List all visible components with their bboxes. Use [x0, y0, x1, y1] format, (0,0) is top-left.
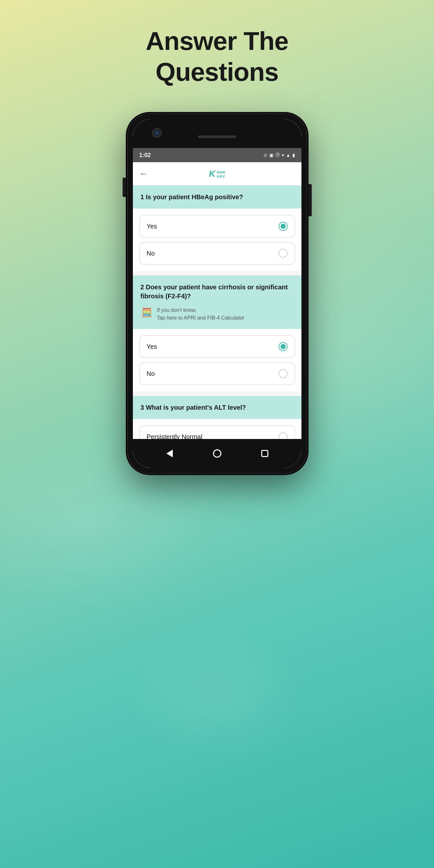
question-3-header: 3 What is your patient's ALT level? — [133, 396, 302, 419]
phone-camera — [152, 128, 162, 138]
wifi-icon: ▾ — [282, 153, 284, 158]
app-bar: ← K nowHBV — [133, 162, 302, 185]
page-title: Answer The Questions — [146, 26, 288, 88]
question-1-header: 1 Is your patient HBeAg positive? — [133, 185, 302, 209]
back-button[interactable]: ← — [139, 168, 148, 179]
nav-recent-button[interactable] — [257, 445, 273, 462]
status-bar: 1:02 ⊙ ▣ Ⓟ ▾ ▲ ▮ — [133, 148, 302, 162]
q1-no-radio[interactable] — [279, 249, 288, 258]
calc-hint[interactable]: 🧮 If you don't know, Tap here to APRI an… — [141, 305, 294, 322]
q3-persistently-normal-label: Persistently Normal — [147, 433, 203, 439]
question-1-text: 1 Is your patient HBeAg positive? — [141, 193, 243, 200]
q1-no-option[interactable]: No — [139, 242, 295, 265]
q1-yes-option[interactable]: Yes — [139, 215, 295, 238]
q1-yes-radio[interactable] — [279, 222, 288, 231]
bottom-navigation — [133, 439, 302, 468]
question-2-text: 2 Does your patient have cirrhosis or si… — [141, 283, 294, 301]
logo-text: K — [209, 168, 215, 179]
phone-speaker — [198, 135, 237, 138]
question-2-header: 2 Does your patient have cirrhosis or si… — [133, 276, 302, 329]
back-arrow-icon: ← — [139, 168, 148, 179]
status-time: 1:02 — [139, 152, 151, 159]
status-icons: ⊙ ▣ Ⓟ ▾ ▲ ▮ — [264, 152, 295, 158]
q2-yes-option[interactable]: Yes — [139, 335, 295, 358]
question-2-options: Yes No — [133, 329, 302, 391]
q2-no-option[interactable]: No — [139, 362, 295, 385]
q1-no-label: No — [147, 250, 155, 257]
question-1-options: Yes No — [133, 209, 302, 271]
battery-icon: ▮ — [292, 153, 295, 158]
calc-hint-text: If you don't know, Tap here to APRI and … — [157, 306, 245, 322]
question-3-options: Persistently Normal — [133, 419, 302, 439]
signal-icon: ▲ — [286, 153, 290, 158]
q1-yes-label: Yes — [147, 223, 157, 230]
scroll-area[interactable]: 1 Is your patient HBeAg positive? Yes No — [133, 185, 302, 439]
phone-mockup: 1:02 ⊙ ▣ Ⓟ ▾ ▲ ▮ ← K nowHBV — [127, 113, 307, 474]
q2-no-label: No — [147, 370, 155, 377]
lock-icon: ▣ — [269, 153, 274, 158]
nav-back-icon — [166, 450, 173, 457]
info-icon: Ⓟ — [275, 152, 280, 158]
nav-recent-icon — [261, 450, 268, 457]
question-3-text: 3 What is your patient's ALT level? — [141, 404, 246, 411]
app-logo: K nowHBV — [209, 168, 225, 179]
q3-persistently-normal-option[interactable]: Persistently Normal — [139, 426, 295, 439]
nav-back-button[interactable] — [161, 445, 178, 462]
q3-persistently-normal-radio[interactable] — [279, 432, 288, 439]
nav-home-button[interactable] — [209, 445, 225, 462]
q2-no-radio[interactable] — [279, 369, 288, 378]
nav-icon: ⊙ — [264, 153, 267, 158]
calculator-icon: 🧮 — [141, 307, 153, 318]
logo-now: nowHBV — [217, 170, 225, 178]
nav-home-icon — [213, 449, 221, 458]
phone-top-hardware — [133, 119, 302, 148]
q2-yes-label: Yes — [147, 343, 157, 350]
q2-yes-radio[interactable] — [279, 342, 288, 351]
